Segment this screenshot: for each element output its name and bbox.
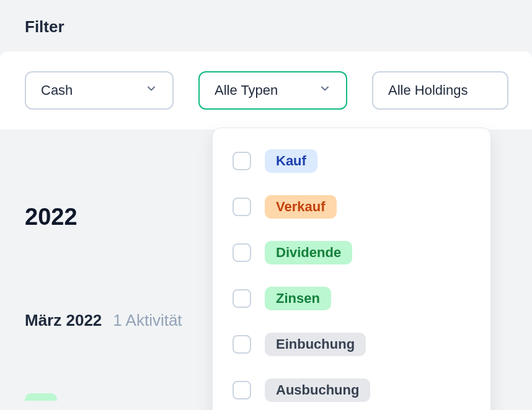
menu-item-dividende[interactable]: Dividende	[213, 230, 490, 276]
chevron-down-icon	[319, 82, 331, 98]
chevron-down-icon	[145, 82, 157, 98]
activity-tag-peek	[25, 393, 57, 401]
checkbox[interactable]	[233, 381, 251, 399]
checkbox[interactable]	[233, 335, 251, 354]
menu-item-kauf[interactable]: Kauf	[213, 138, 490, 184]
menu-item-verkauf[interactable]: Verkauf	[213, 184, 490, 230]
holdings-dropdown[interactable]: Alle Holdings	[372, 71, 508, 110]
filter-title: Filter	[25, 17, 507, 37]
checkbox[interactable]	[233, 198, 251, 216]
types-dropdown-menu: Kauf Verkauf Dividende Zinsen Einbuchung…	[212, 128, 491, 410]
tag-einbuchung: Einbuchung	[265, 333, 366, 356]
types-dropdown-label: Alle Typen	[215, 82, 278, 98]
checkbox[interactable]	[233, 152, 251, 170]
checkbox[interactable]	[233, 289, 251, 308]
menu-item-einbuchung[interactable]: Einbuchung	[213, 321, 490, 367]
checkbox[interactable]	[233, 243, 251, 262]
account-dropdown-label: Cash	[41, 82, 73, 98]
filter-bar: Cash Alle Typen Alle Holdings	[0, 51, 532, 129]
account-dropdown[interactable]: Cash	[25, 71, 174, 110]
menu-item-ausbuchung[interactable]: Ausbuchung	[213, 367, 490, 410]
holdings-dropdown-label: Alle Holdings	[388, 82, 468, 98]
tag-zinsen: Zinsen	[265, 287, 331, 310]
tag-ausbuchung: Ausbuchung	[265, 378, 370, 402]
menu-item-zinsen[interactable]: Zinsen	[213, 276, 490, 321]
tag-kauf: Kauf	[265, 149, 317, 173]
activity-count: 1 Aktivität	[113, 311, 182, 330]
month-title: März 2022	[25, 311, 102, 330]
types-dropdown[interactable]: Alle Typen	[198, 71, 347, 110]
filter-header: Filter	[0, 0, 532, 51]
tag-verkauf: Verkauf	[265, 195, 337, 219]
tag-dividende: Dividende	[265, 241, 352, 264]
